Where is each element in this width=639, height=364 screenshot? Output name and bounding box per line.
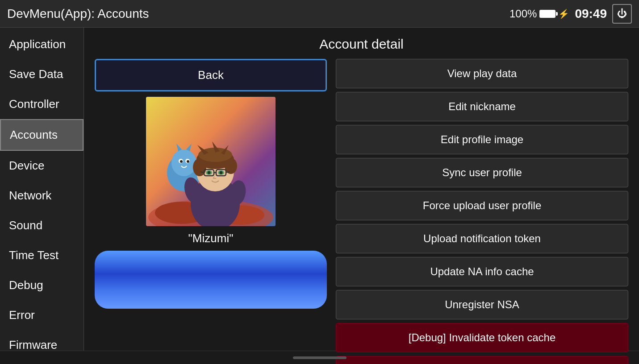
sidebar-item-debug[interactable]: Debug (0, 270, 84, 300)
battery-icon (539, 10, 555, 18)
top-bar: DevMenu(App): Accounts 100% ⚡ 09:49 ⏻ (0, 0, 639, 28)
battery-indicator: 100% ⚡ (510, 8, 569, 20)
content-title: Account detail (95, 37, 628, 52)
sidebar-item-application[interactable]: Application (0, 29, 84, 59)
sidebar-item-sound[interactable]: Sound (0, 211, 84, 240)
action-button-debug-invalidate-token-cache[interactable]: [Debug] Invalidate token cache (336, 323, 628, 352)
sidebar-item-time-test[interactable]: Time Test (0, 240, 84, 270)
avatar-svg (146, 97, 276, 226)
sidebar: ApplicationSave DataControllerAccountsDe… (0, 28, 84, 351)
svg-point-9 (187, 160, 189, 163)
sidebar-item-save-data[interactable]: Save Data (0, 59, 84, 89)
blue-widget (95, 251, 327, 309)
status-area: 100% ⚡ 09:49 ⏻ (510, 4, 632, 24)
action-button-edit-profile-image[interactable]: Edit profile image (336, 125, 628, 154)
svg-point-32 (220, 171, 223, 174)
sidebar-item-accounts[interactable]: Accounts (0, 119, 84, 151)
time-display: 09:49 (575, 7, 607, 21)
battery-percent: 100% (510, 8, 537, 20)
sidebar-item-error[interactable]: Error (0, 300, 84, 330)
avatar-image (146, 97, 276, 226)
action-button-edit-nickname[interactable]: Edit nickname (336, 92, 628, 121)
back-button[interactable]: Back (95, 59, 327, 91)
sidebar-item-device[interactable]: Device (0, 151, 84, 181)
page-title: DevMenu(App): Accounts (7, 7, 149, 21)
action-button-upload-notification-token[interactable]: Upload notification token (336, 224, 628, 253)
username-display: "Mizumi" (188, 232, 234, 245)
avatar-container (146, 97, 276, 226)
right-panel: View play dataEdit nicknameEdit profile … (336, 59, 628, 364)
sidebar-item-network[interactable]: Network (0, 181, 84, 211)
action-button-view-play-data[interactable]: View play data (336, 59, 628, 88)
sidebar-item-controller[interactable]: Controller (0, 89, 84, 119)
power-button[interactable]: ⏻ (612, 4, 632, 24)
left-panel: Back (95, 59, 327, 364)
sidebar-item-firmware[interactable]: Firmware (0, 330, 84, 360)
action-button-unregister-nsa[interactable]: Unregister NSA (336, 290, 628, 319)
content-area: Account detail Back (84, 28, 639, 351)
main-layout: ApplicationSave DataControllerAccountsDe… (0, 28, 639, 351)
bolt-icon: ⚡ (558, 8, 569, 19)
svg-point-31 (208, 171, 211, 174)
action-button-debug-set-user-state[interactable]: [Debug] Set user state to invalid (336, 356, 628, 364)
action-button-update-na-info-cache[interactable]: Update NA info cache (336, 257, 628, 286)
scroll-indicator (293, 356, 347, 359)
action-button-force-upload-user-profile[interactable]: Force upload user profile (336, 191, 628, 220)
content-body: Back (95, 59, 628, 364)
svg-point-8 (180, 160, 183, 163)
svg-point-5 (171, 149, 196, 176)
action-button-sync-user-profile[interactable]: Sync user profile (336, 158, 628, 187)
